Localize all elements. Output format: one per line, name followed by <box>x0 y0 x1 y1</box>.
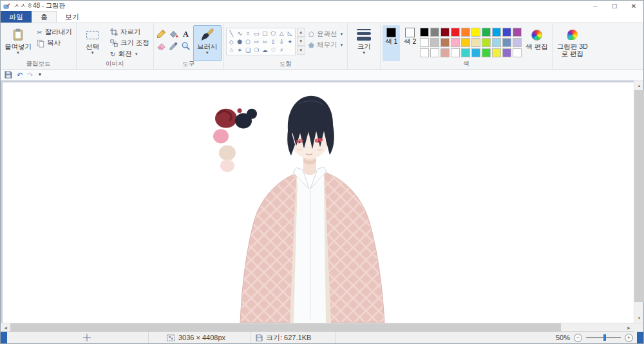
close-button[interactable]: ✕ <box>624 1 643 11</box>
shape-curve[interactable]: ∿ <box>236 29 244 37</box>
palette-swatch-27[interactable] <box>492 48 501 57</box>
palette-swatch-17[interactable] <box>492 38 501 47</box>
scroll-down-icon[interactable]: ▼ <box>634 313 644 323</box>
shape-rounded-rectangle[interactable]: ▢ <box>261 29 269 37</box>
maximize-button[interactable]: ▢ <box>605 1 624 11</box>
brush-button[interactable]: 브러시 ▼ <box>193 25 222 61</box>
zoom-slider[interactable] <box>586 337 621 338</box>
horizontal-scroll-thumb[interactable] <box>10 323 561 332</box>
palette-swatch-21[interactable] <box>430 48 439 57</box>
shape-pentagon[interactable]: ⬟ <box>236 37 244 46</box>
palette-swatch-26[interactable] <box>482 48 491 57</box>
palette-swatch-18[interactable] <box>502 38 511 47</box>
shapes-more-button[interactable]: ▼ <box>297 46 305 55</box>
edit-colors-button[interactable]: 색 편집 <box>524 25 549 61</box>
shape-diamond[interactable]: ◇ <box>227 37 236 46</box>
paint3d-button[interactable]: 그림판 3D로 편집 <box>554 25 591 61</box>
palette-swatch-16[interactable] <box>482 38 491 47</box>
shape-left-arrow[interactable]: ⇦ <box>261 37 269 46</box>
palette-swatch-5[interactable] <box>471 28 480 37</box>
color1-button[interactable]: 색 1 <box>383 25 400 61</box>
copy-button[interactable]: 복사 <box>35 38 74 48</box>
shape-polygon[interactable]: ⬠ <box>269 29 278 37</box>
shape-line[interactable]: ╲ <box>227 29 236 37</box>
color-picker-tool-button[interactable] <box>168 40 180 52</box>
shape-up-arrow[interactable]: ⇧ <box>269 37 278 46</box>
horizontal-scrollbar[interactable]: ◀ ▶ <box>1 323 643 331</box>
cut-button[interactable]: ✂ 잘라내기 <box>35 27 74 37</box>
tab-view[interactable]: 보기 <box>57 11 88 23</box>
palette-swatch-8[interactable] <box>502 28 511 37</box>
shape-rectangle[interactable]: ▭ <box>252 29 261 37</box>
palette-swatch-24[interactable] <box>461 48 470 57</box>
vertical-scrollbar[interactable]: ▲ ▼ <box>634 81 643 323</box>
palette-swatch-6[interactable] <box>482 28 491 37</box>
shape-right-triangle[interactable]: ◺ <box>286 29 294 37</box>
palette-swatch-1[interactable] <box>430 28 439 37</box>
scroll-right-icon[interactable]: ▶ <box>624 323 634 332</box>
pencil-tool-button[interactable] <box>156 28 167 39</box>
minimize-button[interactable]: ─ <box>585 1 605 11</box>
palette-swatch-14[interactable] <box>461 38 470 47</box>
shape-four-point-star[interactable]: ✦ <box>286 37 294 46</box>
palette-swatch-4[interactable] <box>461 28 470 37</box>
shapes-scroll-down-button[interactable]: ▼ <box>297 37 305 46</box>
scroll-left-icon[interactable]: ◀ <box>1 323 10 332</box>
color2-button[interactable]: 색 2 <box>401 25 419 61</box>
palette-swatch-23[interactable] <box>451 48 460 57</box>
select-button[interactable]: 선택 ▼ <box>79 25 107 61</box>
fill-tool-button[interactable] <box>168 28 180 39</box>
palette-swatch-11[interactable] <box>430 38 439 47</box>
zoom-in-button[interactable]: + <box>625 334 633 342</box>
palette-swatch-28[interactable] <box>502 48 511 57</box>
palette-swatch-20[interactable] <box>420 48 429 57</box>
redo-button[interactable]: ↷ <box>27 72 33 79</box>
eraser-tool-button[interactable] <box>156 40 167 52</box>
vertical-scroll-thumb[interactable] <box>634 90 644 302</box>
palette-swatch-25[interactable] <box>471 48 480 57</box>
palette-swatch-13[interactable] <box>451 38 460 47</box>
save-button[interactable] <box>5 71 12 79</box>
palette-swatch-19[interactable] <box>513 38 522 47</box>
undo-button[interactable]: ↶ <box>17 72 23 79</box>
qat-customize-button[interactable]: ▼ <box>37 73 42 77</box>
scroll-up-icon[interactable]: ▲ <box>634 81 644 90</box>
magnifier-tool-button[interactable] <box>180 40 192 52</box>
shape-oval-callout[interactable]: ❍ <box>252 46 261 54</box>
shape-five-point-star[interactable]: ☆ <box>227 46 236 54</box>
paste-button[interactable]: 붙여넣기 ▼ <box>3 25 33 61</box>
shape-oval[interactable]: ○ <box>244 29 252 37</box>
palette-swatch-15[interactable] <box>471 38 480 47</box>
tab-file[interactable]: 파일 <box>1 11 32 23</box>
palette-swatch-9[interactable] <box>513 28 522 37</box>
tab-home[interactable]: 홈 <box>32 11 57 23</box>
size-button[interactable]: 크기 ▼ <box>350 25 378 61</box>
outline-button[interactable]: ⬠ 윤곽선 ▼ <box>307 29 346 39</box>
resize-button[interactable]: 크기 조정 <box>108 38 151 48</box>
shapes-scroll-up-button[interactable]: ▲ <box>297 28 305 37</box>
palette-swatch-10[interactable] <box>420 38 429 47</box>
shape-cloud-callout[interactable]: ☁ <box>261 46 269 54</box>
shape-right-arrow[interactable]: ⇨ <box>252 37 261 46</box>
crop-button[interactable]: 자르기 <box>108 27 151 37</box>
palette-swatch-7[interactable] <box>492 28 501 37</box>
rotate-button[interactable]: ↻ 회전 ▼ <box>108 49 151 59</box>
palette-swatch-0[interactable] <box>420 28 429 37</box>
shape-triangle[interactable]: △ <box>278 29 286 37</box>
palette-swatch-22[interactable] <box>440 48 450 57</box>
shape-hexagon[interactable]: ⬡ <box>244 37 252 46</box>
shape-heart[interactable]: ♡ <box>269 46 278 54</box>
shape-six-point-star[interactable]: ✶ <box>236 46 244 54</box>
shape-lightning[interactable]: ⚡ <box>278 46 286 54</box>
palette-swatch-29[interactable] <box>513 48 522 57</box>
shape-rounded-callout[interactable]: ❏ <box>244 46 252 54</box>
shape-down-arrow[interactable]: ⇩ <box>278 37 286 46</box>
palette-swatch-2[interactable] <box>440 28 450 37</box>
drawing-canvas[interactable] <box>3 82 634 323</box>
text-tool-button[interactable]: A <box>180 28 192 39</box>
shape-fill-button[interactable]: ⬟ 채우기 ▼ <box>307 40 346 50</box>
palette-swatch-3[interactable] <box>451 28 460 37</box>
zoom-slider-thumb[interactable] <box>603 334 606 341</box>
zoom-out-button[interactable]: − <box>574 334 582 342</box>
palette-swatch-12[interactable] <box>440 38 450 47</box>
